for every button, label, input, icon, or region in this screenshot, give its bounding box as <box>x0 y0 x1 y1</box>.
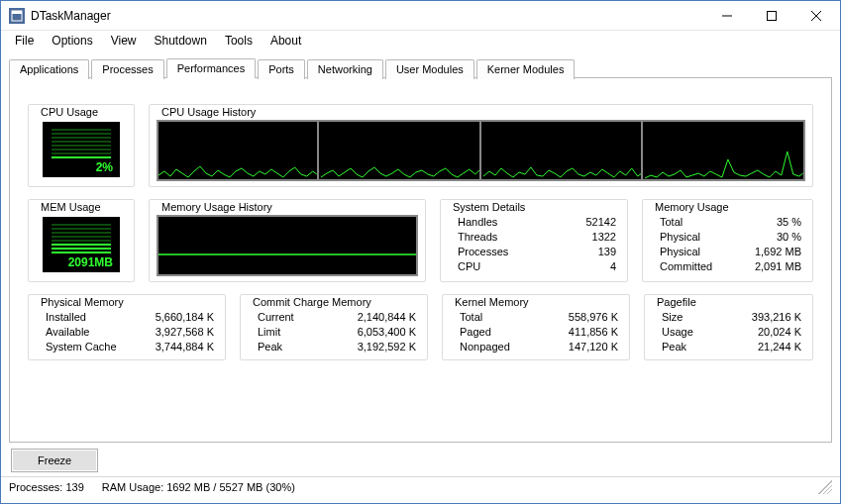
label-total: Total <box>660 215 683 230</box>
close-button[interactable] <box>793 1 838 30</box>
label-usage: Usage <box>662 325 693 340</box>
group-title: Memory Usage <box>652 201 732 213</box>
label-committed: Committed <box>660 259 712 274</box>
cpu-history-chart <box>157 120 805 181</box>
label-processes: Processes <box>458 245 508 259</box>
menu-about[interactable]: About <box>263 32 309 50</box>
value-syscache: 3,744,884 K <box>156 340 214 354</box>
performances-panel: CPU Usage 2% CPU Usage History MEM Usage <box>9 78 832 443</box>
group-title: Commit Charge Memory <box>250 296 374 308</box>
label-current: Current <box>258 310 294 325</box>
label-nonpaged: Nonpaged <box>460 340 510 354</box>
status-processes: Processes: 139 <box>9 481 84 493</box>
group-pagefile: Pagefile Size393,216 K Usage20,024 K Pea… <box>644 288 813 360</box>
tab-strip: Applications Processes Performances Port… <box>9 58 832 78</box>
tab-processes[interactable]: Processes <box>91 59 163 79</box>
group-title: MEM Usage <box>38 201 104 213</box>
group-commit-charge: Commit Charge Memory Current2,140,844 K … <box>240 288 428 360</box>
mem-history-chart <box>157 215 418 276</box>
freeze-button[interactable]: Freeze <box>11 449 98 472</box>
window-controls <box>704 1 838 30</box>
menubar: File Options View Shutdown Tools About <box>1 31 840 50</box>
value-kernel-total: 558,976 K <box>569 310 618 325</box>
group-mem-usage: MEM Usage 2091MB <box>28 193 135 282</box>
menu-shutdown[interactable]: Shutdown <box>147 32 215 50</box>
tab-user-modules[interactable]: User Modules <box>385 59 474 79</box>
label-available: Available <box>46 325 89 340</box>
value-pf-peak: 21,244 K <box>758 340 801 354</box>
group-mem-history: Memory Usage History <box>149 193 426 282</box>
value-available: 3,927,568 K <box>156 325 214 340</box>
label-physical-mb: Physical <box>660 245 700 259</box>
value-installed: 5,660,184 K <box>156 310 214 325</box>
label-syscache: System Cache <box>46 340 117 354</box>
group-title: Pagefile <box>654 296 699 308</box>
statusbar: Processes: 139 RAM Usage: 1692 MB / 5527… <box>1 476 840 497</box>
label-limit: Limit <box>258 325 280 340</box>
value-usage: 20,024 K <box>758 325 801 340</box>
group-cpu-history: CPU Usage History <box>149 98 813 187</box>
value-committed: 2,091 MB <box>755 259 801 274</box>
value-handles: 52142 <box>585 215 616 230</box>
bottom-bar: Freeze <box>1 443 840 476</box>
group-title: CPU Usage <box>38 106 101 118</box>
titlebar: DTaskManager <box>1 1 840 31</box>
group-title: CPU Usage History <box>158 106 259 118</box>
value-peak: 3,192,592 K <box>358 340 416 354</box>
label-threads: Threads <box>458 230 497 245</box>
label-handles: Handles <box>458 215 497 230</box>
minimize-button[interactable] <box>704 1 749 30</box>
svg-rect-3 <box>767 11 776 20</box>
label-peak: Peak <box>258 340 282 354</box>
tab-performances[interactable]: Performances <box>166 58 256 78</box>
value-processes: 139 <box>598 245 616 259</box>
value-paged: 411,856 K <box>569 325 618 340</box>
mem-value: 2091MB <box>68 255 113 269</box>
cpu-percent: 2% <box>96 160 113 174</box>
value-threads: 1322 <box>592 230 616 245</box>
group-title: System Details <box>450 201 528 213</box>
value-total: 35 % <box>777 215 801 230</box>
app-icon <box>9 8 25 24</box>
value-physical-mb: 1,692 MB <box>755 245 801 259</box>
tab-applications[interactable]: Applications <box>9 59 89 79</box>
label-installed: Installed <box>46 310 86 325</box>
svg-rect-1 <box>12 11 22 14</box>
label-paged: Paged <box>460 325 491 340</box>
value-current: 2,140,844 K <box>358 310 416 325</box>
label-cpu: CPU <box>458 259 480 274</box>
group-title: Kernel Memory <box>452 296 532 308</box>
menu-tools[interactable]: Tools <box>217 32 261 50</box>
menu-view[interactable]: View <box>103 32 145 50</box>
tab-kerner-modules[interactable]: Kerner Modules <box>476 59 576 79</box>
label-physical-pct: Physical <box>660 230 700 245</box>
value-physical-pct: 30 % <box>777 230 801 245</box>
group-physical-memory: Physical Memory Installed5,660,184 K Ava… <box>28 288 226 360</box>
menu-file[interactable]: File <box>7 32 42 50</box>
cpu-meter: 2% <box>43 122 120 177</box>
tab-ports[interactable]: Ports <box>258 59 305 79</box>
group-title: Memory Usage History <box>158 201 275 213</box>
group-system-details: System Details Handles52142 Threads1322 … <box>440 193 628 282</box>
value-limit: 6,053,400 K <box>358 325 416 340</box>
menu-options[interactable]: Options <box>44 32 100 50</box>
group-cpu-usage: CPU Usage 2% <box>28 98 135 187</box>
value-nonpaged: 147,120 K <box>569 340 618 354</box>
value-cpu: 4 <box>610 259 616 274</box>
resize-grip-icon[interactable] <box>818 480 832 494</box>
window-title: DTaskManager <box>31 9 704 23</box>
label-kernel-total: Total <box>460 310 482 325</box>
group-title: Physical Memory <box>38 296 127 308</box>
label-size: Size <box>662 310 683 325</box>
value-size: 393,216 K <box>752 310 801 325</box>
group-memory-usage: Memory Usage Total35 % Physical30 % Phys… <box>642 193 813 282</box>
mem-meter: 2091MB <box>43 217 120 272</box>
label-pf-peak: Peak <box>662 340 686 354</box>
status-ram: RAM Usage: 1692 MB / 5527 MB (30%) <box>102 481 295 493</box>
maximize-button[interactable] <box>749 1 793 30</box>
group-kernel-memory: Kernel Memory Total558,976 K Paged411,85… <box>442 288 630 360</box>
tab-networking[interactable]: Networking <box>307 59 383 79</box>
